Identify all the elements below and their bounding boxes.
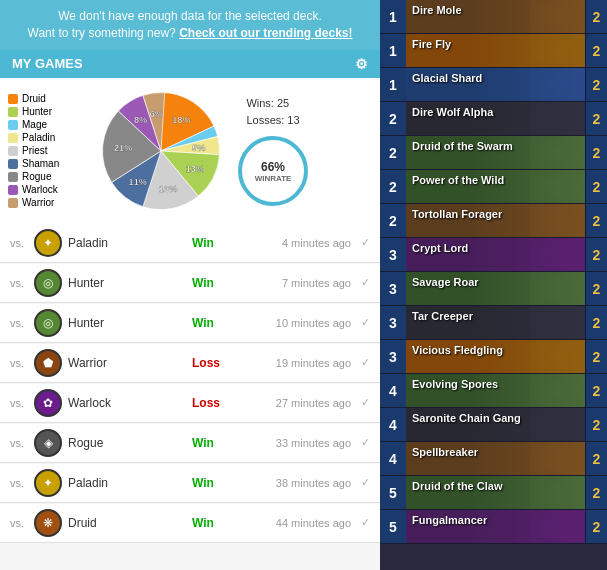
vs-text: vs. xyxy=(10,277,28,289)
card-mana: 3 xyxy=(380,306,406,340)
top-banner: We don't have enough data for the select… xyxy=(0,0,380,50)
card-thumb-bg xyxy=(530,374,585,408)
rogue-dot xyxy=(8,172,18,182)
card-name-text: Fire Fly xyxy=(406,38,451,50)
card-name-area: Fungalmancer xyxy=(406,510,585,544)
card-mana: 2 xyxy=(380,170,406,204)
card-count: 2 xyxy=(585,476,607,510)
deck-card[interactable]: 4 Spellbreaker 2 xyxy=(380,442,607,476)
check-icon: ✓ xyxy=(361,396,370,409)
card-name-text: Dire Mole xyxy=(406,4,462,16)
deck-card[interactable]: 2 Druid of the Swarm 2 xyxy=(380,136,607,170)
game-row[interactable]: vs. ✿ Warlock Loss 27 minutes ago ✓ xyxy=(0,384,380,423)
card-name-text: Evolving Spores xyxy=(406,378,498,390)
time-ago: 4 minutes ago xyxy=(233,237,351,249)
vs-text: vs. xyxy=(10,517,28,529)
losses-text: Losses: 13 xyxy=(246,112,299,129)
svg-text:8%: 8% xyxy=(134,114,147,124)
winrate-label: WINRATE xyxy=(255,174,292,183)
time-ago: 19 minutes ago xyxy=(233,357,351,369)
svg-text:18%: 18% xyxy=(172,114,190,124)
class-avatar: ✦ xyxy=(34,229,62,257)
card-thumb-bg xyxy=(530,476,585,510)
chart-section: Druid Hunter Mage Paladin Priest Shaman xyxy=(0,78,380,224)
opponent-name: Warlock xyxy=(68,396,186,410)
deck-card[interactable]: 4 Evolving Spores 2 xyxy=(380,374,607,408)
game-row[interactable]: vs. ✦ Paladin Win 38 minutes ago ✓ xyxy=(0,464,380,503)
pie-chart: 18%5%13%16%11%21%8%6% xyxy=(96,86,226,216)
card-thumb-bg xyxy=(530,442,585,476)
card-name-text: Saronite Chain Gang xyxy=(406,412,521,424)
game-row[interactable]: vs. ❋ Druid Win 44 minutes ago ✓ xyxy=(0,504,380,543)
card-mana: 1 xyxy=(380,0,406,34)
legend-priest: Priest xyxy=(8,145,88,156)
card-count: 2 xyxy=(585,272,607,306)
trending-link[interactable]: Check out our trending decks! xyxy=(179,26,352,40)
card-name-text: Tar Creeper xyxy=(406,310,473,322)
card-count: 2 xyxy=(585,102,607,136)
card-name-text: Spellbreaker xyxy=(406,446,478,458)
deck-card[interactable]: 3 Savage Roar 2 xyxy=(380,272,607,306)
class-avatar: ✿ xyxy=(34,389,62,417)
card-mana: 2 xyxy=(380,102,406,136)
card-name-text: Glacial Shard xyxy=(406,72,482,84)
check-icon: ✓ xyxy=(361,476,370,489)
card-name-text: Vicious Fledgling xyxy=(406,344,503,356)
deck-card[interactable]: 5 Druid of the Claw 2 xyxy=(380,476,607,510)
card-thumb-bg xyxy=(530,204,585,238)
my-games-header: MY GAMES ⚙ xyxy=(0,50,380,78)
game-row[interactable]: vs. ⬟ Warrior Loss 19 minutes ago ✓ xyxy=(0,344,380,383)
card-thumb-bg xyxy=(530,238,585,272)
card-mana: 4 xyxy=(380,374,406,408)
svg-text:5%: 5% xyxy=(192,143,205,153)
check-icon: ✓ xyxy=(361,516,370,529)
deck-card[interactable]: 5 Fungalmancer 2 xyxy=(380,510,607,544)
paladin-dot xyxy=(8,133,18,143)
card-thumb-bg xyxy=(530,306,585,340)
deck-card[interactable]: 1 Dire Mole 2 xyxy=(380,0,607,34)
svg-text:11%: 11% xyxy=(129,177,147,187)
card-mana: 1 xyxy=(380,68,406,102)
card-name-area: Spellbreaker xyxy=(406,442,585,476)
gear-icon[interactable]: ⚙ xyxy=(355,56,368,72)
deck-card[interactable]: 3 Vicious Fledgling 2 xyxy=(380,340,607,374)
time-ago: 33 minutes ago xyxy=(233,437,351,449)
game-row[interactable]: vs. ◈ Rogue Win 33 minutes ago ✓ xyxy=(0,424,380,463)
legend-mage: Mage xyxy=(8,119,88,130)
deck-card[interactable]: 4 Saronite Chain Gang 2 xyxy=(380,408,607,442)
game-row[interactable]: vs. ◎ Hunter Win 10 minutes ago ✓ xyxy=(0,304,380,343)
deck-card[interactable]: 1 Glacial Shard 2 xyxy=(380,68,607,102)
deck-card[interactable]: 2 Tortollan Forager 2 xyxy=(380,204,607,238)
game-row[interactable]: vs. ✦ Paladin Win 4 minutes ago ✓ xyxy=(0,224,380,263)
banner-line1: We don't have enough data for the select… xyxy=(58,9,322,23)
shaman-label: Shaman xyxy=(22,158,59,169)
winrate-value: 66% xyxy=(261,160,285,174)
game-row[interactable]: vs. ◎ Hunter Win 7 minutes ago ✓ xyxy=(0,264,380,303)
svg-text:16%: 16% xyxy=(159,184,177,194)
card-count: 2 xyxy=(585,34,607,68)
card-thumb-bg xyxy=(530,170,585,204)
deck-card[interactable]: 3 Crypt Lord 2 xyxy=(380,238,607,272)
deck-card[interactable]: 1 Fire Fly 2 xyxy=(380,34,607,68)
check-icon: ✓ xyxy=(361,356,370,369)
vs-text: vs. xyxy=(10,477,28,489)
card-name-area: Glacial Shard xyxy=(406,68,585,102)
legend-druid: Druid xyxy=(8,93,88,104)
stats-section: Wins: 25 Losses: 13 66% WINRATE xyxy=(238,95,308,206)
pie-svg: 18%5%13%16%11%21%8%6% xyxy=(96,86,226,216)
card-name-area: Power of the Wild xyxy=(406,170,585,204)
class-avatar: ✦ xyxy=(34,469,62,497)
shaman-dot xyxy=(8,159,18,169)
deck-card[interactable]: 3 Tar Creeper 2 xyxy=(380,306,607,340)
card-thumb-bg xyxy=(530,136,585,170)
card-mana: 4 xyxy=(380,408,406,442)
deck-card[interactable]: 2 Dire Wolf Alpha 2 xyxy=(380,102,607,136)
time-ago: 27 minutes ago xyxy=(233,397,351,409)
card-thumb-bg xyxy=(530,34,585,68)
right-panel: 1 Dire Mole 2 1 Fire Fly 2 1 xyxy=(380,0,607,570)
deck-card[interactable]: 2 Power of the Wild 2 xyxy=(380,170,607,204)
opponent-name: Hunter xyxy=(68,276,186,290)
priest-label: Priest xyxy=(22,145,48,156)
warrior-label: Warrior xyxy=(22,197,54,208)
card-name-area: Druid of the Claw xyxy=(406,476,585,510)
